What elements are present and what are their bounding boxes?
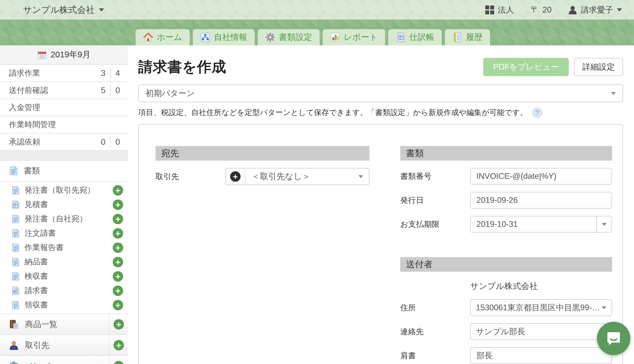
- pattern-selected-value: 初期パターン: [146, 88, 195, 99]
- tab-label: 自社情報: [214, 32, 247, 43]
- sidebar-separator: [0, 151, 128, 161]
- sidebar-item-presend-check[interactable]: 送付前確認 50: [0, 82, 128, 99]
- pattern-select[interactable]: 初期パターン: [138, 84, 623, 102]
- sidebar-item-worktime-mgmt[interactable]: 作業時間管理: [0, 116, 128, 134]
- section-title: 送付者: [406, 258, 433, 270]
- sidebar-item-members[interactable]: メンバー +: [0, 356, 128, 364]
- tab-journal[interactable]: 仕訳帳: [388, 29, 442, 45]
- sidebar-item-label: 請求作業: [9, 68, 40, 78]
- add-document-button[interactable]: +: [113, 214, 123, 224]
- add-member-button[interactable]: +: [113, 361, 124, 364]
- sidebar-item-approval-requests[interactable]: 承認依頼 00: [0, 134, 128, 151]
- add-product-button[interactable]: +: [113, 319, 124, 330]
- due-date-dropdown-button[interactable]: [596, 216, 612, 233]
- sidebar-item-products[interactable]: 商品一覧 +: [0, 314, 128, 335]
- due-date-label: お支払期限: [400, 219, 470, 230]
- count-divider: [110, 136, 111, 147]
- sidebar-item-billing-tasks[interactable]: 請求作業 34: [0, 65, 128, 82]
- grid-icon: [485, 5, 494, 14]
- invoice-form-panel: 宛先 取引先 + ＜取引先なし＞ 書類 書類番号: [138, 124, 623, 364]
- sidebar-group-documents[interactable]: 書類: [0, 161, 128, 181]
- org-icon: [200, 32, 211, 43]
- chevron-down-icon: [358, 175, 363, 178]
- sidebar-item-label: 請求書: [25, 285, 48, 296]
- sidebar-item-label: 発注書（自社宛）: [25, 214, 87, 224]
- count-divider: [110, 68, 111, 78]
- sidebar-item-order-confirmation[interactable]: 注文請書 +: [0, 226, 128, 240]
- sidebar-item-label: 取引先: [25, 340, 49, 351]
- document-number-input[interactable]: [470, 168, 612, 185]
- sidebar-item-delivery-note[interactable]: 納品書 +: [0, 255, 128, 269]
- jobtitle-input[interactable]: [470, 347, 612, 364]
- add-document-button[interactable]: +: [113, 185, 123, 196]
- help-icon[interactable]: ?: [532, 108, 542, 118]
- tab-history[interactable]: 履歴: [445, 29, 490, 45]
- chat-launcher-button[interactable]: [597, 322, 630, 355]
- sidebar-item-label: 商品一覧: [25, 319, 57, 330]
- history-icon: [452, 32, 463, 43]
- add-document-button[interactable]: +: [113, 300, 123, 310]
- tab-reports[interactable]: レポート: [323, 29, 385, 45]
- sidebar-item-clients[interactable]: 取引先 +: [0, 335, 128, 356]
- due-date-input[interactable]: [470, 216, 599, 233]
- sidebar-item-work-report[interactable]: 作業報告書 +: [0, 240, 128, 255]
- chevron-down-icon: [99, 8, 104, 11]
- pattern-help-text: 項目、税設定、自社住所などを定型パターンとして保存できます。「書類設定」から新規…: [138, 107, 528, 118]
- contact-selected-value: サンプル部長: [476, 326, 525, 337]
- add-document-button[interactable]: +: [113, 286, 123, 296]
- postal-count[interactable]: 〒 20: [531, 4, 552, 16]
- count-badge: 3: [101, 68, 105, 78]
- add-client-button[interactable]: +: [113, 340, 124, 350]
- sidebar-item-invoice[interactable]: $ 請求書 +: [0, 283, 128, 298]
- sidebar-month-header[interactable]: 2019年9月: [0, 45, 128, 65]
- add-document-button[interactable]: +: [113, 242, 123, 253]
- address-select[interactable]: 1530061東京都目黒区中目黒99-99-...: [470, 299, 612, 316]
- document-icon: [12, 243, 19, 252]
- sidebar-item-payment-mgmt[interactable]: 入金管理: [0, 99, 128, 116]
- contact-select[interactable]: サンプル部長: [470, 323, 612, 340]
- company-name: サンプル株式会社: [23, 4, 95, 16]
- document-section-header: 書類: [400, 146, 612, 161]
- count-badge: 5: [101, 86, 105, 95]
- sidebar-item-purchase-order-client[interactable]: 発注書（取引先宛） +: [0, 183, 128, 197]
- sidebar-item-purchase-order-own[interactable]: 発注書（自社宛） +: [0, 212, 128, 226]
- user-menu[interactable]: 請求愛子: [568, 4, 622, 15]
- ledger-icon: [396, 32, 406, 43]
- sidebar-item-receipt[interactable]: 領収書 +: [0, 298, 128, 312]
- document-icon: [12, 186, 19, 195]
- sidebar-item-inspection-cert[interactable]: 検収書 +: [0, 269, 128, 283]
- sidebar-item-label: 承認依頼: [9, 137, 40, 147]
- report-icon: [330, 32, 340, 43]
- chevron-down-icon: [602, 223, 607, 226]
- advanced-settings-button[interactable]: 詳細設定: [574, 58, 623, 76]
- tab-document-settings[interactable]: 書類設定: [258, 29, 320, 45]
- client-select[interactable]: + ＜取引先なし＞: [225, 168, 369, 185]
- add-document-button[interactable]: +: [113, 271, 123, 282]
- org-type-menu[interactable]: 法人: [485, 4, 514, 15]
- main-content: 請求書を作成 PDFをプレビュー 詳細設定 初期パターン 項目、税設定、自社住所…: [128, 45, 634, 364]
- sidebar-month-label: 2019年9月: [51, 49, 91, 60]
- tab-home[interactable]: ホーム: [136, 29, 190, 45]
- company-menu[interactable]: サンプル株式会社: [23, 4, 104, 16]
- document-table-icon: [12, 200, 19, 209]
- org-type-label: 法人: [498, 4, 514, 15]
- badge-icon: [9, 361, 19, 364]
- add-document-button[interactable]: +: [113, 199, 123, 210]
- count-badge: 4: [115, 68, 120, 78]
- tab-label: 履歴: [466, 32, 483, 43]
- add-document-button[interactable]: +: [113, 257, 123, 267]
- add-document-button[interactable]: +: [113, 228, 123, 239]
- sidebar-item-quote[interactable]: 見積書 +: [0, 197, 128, 212]
- issue-date-input[interactable]: [470, 192, 612, 209]
- sender-section-header: 送付者: [400, 257, 612, 272]
- pdf-preview-button[interactable]: PDFをプレビュー: [483, 58, 569, 76]
- plus-icon: +: [230, 171, 241, 182]
- sidebar-item-label: 入金管理: [9, 102, 40, 113]
- issue-date-label: 発行日: [400, 195, 470, 206]
- sidebar-item-label: 見積書: [25, 199, 48, 210]
- document-type-list: 発注書（取引先宛） + 見積書 + 発注書（自社宛） + 注文請書 + 作業報告…: [0, 181, 128, 314]
- chevron-down-icon: [617, 8, 622, 11]
- tab-company-info[interactable]: 自社情報: [193, 29, 255, 45]
- add-client-inline-button[interactable]: +: [226, 168, 245, 185]
- postal-mark-icon: 〒: [531, 4, 539, 16]
